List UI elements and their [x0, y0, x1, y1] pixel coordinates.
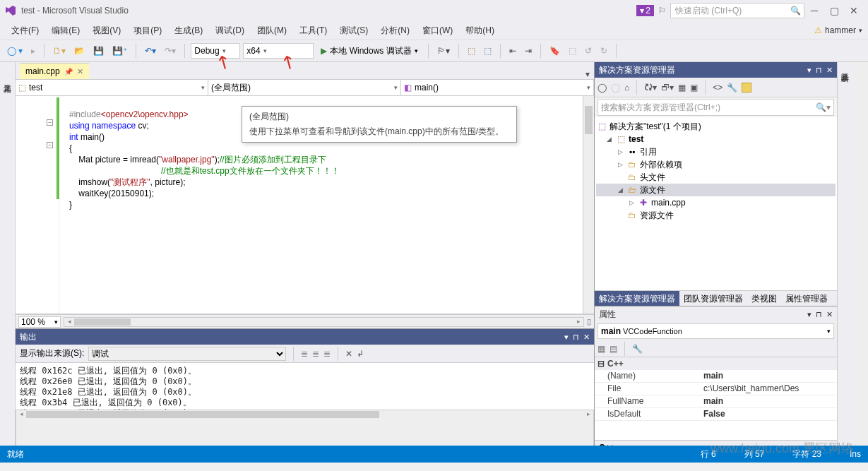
sln-props-icon[interactable]: 🔧 [727, 83, 737, 93]
props-categorize-icon[interactable]: ▦ [598, 344, 605, 354]
output-panel-header[interactable]: 输出 ▾ ⊓ ✕ [16, 329, 594, 345]
sln-sync-icon[interactable]: 🗗▾ [661, 83, 674, 93]
tree-project[interactable]: ◢⬚test [596, 133, 836, 145]
nav-fwd-button[interactable]: ▸ [28, 44, 38, 58]
sln-back-icon[interactable]: ◯ [598, 83, 607, 93]
open-file-button[interactable]: 📂 [71, 44, 88, 58]
tree-main-cpp[interactable]: ▷✚main.cpp [596, 196, 836, 209]
tb-icon-3[interactable]: ⬚ [566, 44, 579, 58]
props-grid[interactable]: ⊟C++ (Name)main Filec:\Users\bit_hammer\… [595, 357, 837, 440]
tree-sources[interactable]: ◢🗁源文件 [596, 184, 836, 196]
server-explorer-tab[interactable]: 服务器资源管理器 [0, 62, 15, 73]
sln-preview-icon[interactable] [742, 83, 751, 93]
props-pages-icon[interactable]: 🔧 [632, 344, 643, 354]
platform-dropdown[interactable]: x64▾ [243, 43, 314, 59]
tab-team-explorer[interactable]: 团队资源管理器 [679, 291, 747, 306]
tree-headers[interactable]: 🗀头文件 [596, 171, 836, 184]
user-name[interactable]: hammer [825, 25, 856, 35]
horizontal-scrollbar[interactable]: ◂▸ [64, 317, 584, 327]
sln-refresh-icon[interactable]: 🗘▾ [644, 83, 657, 93]
code-editor[interactable]: − − #include<opencv2\opencv.hpp> using n… [16, 96, 594, 314]
tb-icon-1[interactable]: ⬚ [465, 44, 478, 58]
output-source-select[interactable]: 调试 [88, 347, 286, 361]
config-dropdown[interactable]: Debug▾ [191, 43, 240, 59]
menu-edit[interactable]: 编辑(E) [46, 23, 85, 39]
sln-search-input[interactable]: 搜索解决方案资源管理器(Ctrl+;) 🔍▾ [598, 99, 834, 116]
file-tab-main-cpp[interactable]: main.cpp 📌 ✕ [20, 63, 89, 79]
menu-window[interactable]: 窗口(W) [417, 23, 458, 39]
tb-icon-5[interactable]: ↻ [598, 44, 610, 58]
menu-debug[interactable]: 调试(D) [210, 23, 250, 39]
sln-code-icon[interactable]: <> [713, 83, 723, 93]
sln-header[interactable]: 解决方案资源管理器 ▾ ⊓ ✕ [595, 62, 837, 78]
menu-team[interactable]: 团队(M) [251, 23, 292, 39]
outline-toggle-icon[interactable]: − [47, 142, 53, 148]
nav-scope-global[interactable]: (全局范围)▾ [208, 80, 401, 95]
process-button[interactable]: 🏳▾ [434, 44, 453, 58]
menu-view[interactable]: 视图(V) [87, 23, 126, 39]
indent-more-button[interactable]: ⇥ [522, 44, 535, 58]
tree-solution[interactable]: ⬚解决方案"test"(1 个项目) [596, 120, 836, 133]
tab-overflow-icon[interactable]: ▾ [585, 69, 590, 79]
redo-button[interactable]: ↷▾ [162, 44, 179, 58]
menu-build[interactable]: 生成(B) [169, 23, 208, 39]
output-tb-icon[interactable]: ≣ [323, 349, 331, 359]
user-dropdown-icon[interactable]: ▾ [859, 27, 862, 34]
feedback-icon[interactable]: ⚐ [658, 6, 666, 16]
tab-solution-explorer[interactable]: 解决方案资源管理器 [595, 291, 679, 306]
minimize-button[interactable]: ─ [804, 5, 824, 16]
maximize-button[interactable]: ▢ [824, 5, 844, 16]
output-tb-icon[interactable]: ≣ [301, 349, 308, 359]
menu-test[interactable]: 测试(S) [334, 23, 374, 39]
notification-badge[interactable]: ▾2 [636, 5, 654, 16]
output-wrap-icon[interactable]: ↲ [357, 349, 364, 359]
tree-resources[interactable]: 🗀资源文件 [596, 209, 836, 222]
panel-pin-icon[interactable]: ⊓ [816, 310, 822, 319]
sln-home-icon[interactable]: ⌂ [624, 83, 629, 93]
menu-help[interactable]: 帮助(H) [460, 23, 500, 39]
bookmark-icon[interactable]: 🔖 [547, 44, 563, 58]
panel-close-icon[interactable]: ✕ [826, 310, 833, 319]
split-icon[interactable]: ▯ [587, 317, 591, 326]
save-all-button[interactable]: 💾⁺ [109, 44, 130, 58]
nav-scope-function[interactable]: ◧main()▾ [401, 80, 594, 95]
tab-class-view[interactable]: 类视图 [747, 291, 781, 306]
toolbox-tab[interactable]: 工具箱 [0, 73, 15, 85]
panel-dropdown-icon[interactable]: ▾ [807, 310, 811, 319]
quick-launch-input[interactable]: 快速启动 (Ctrl+Q) 🔍 [670, 3, 804, 18]
props-sort-icon[interactable]: ▤ [610, 344, 617, 354]
output-text[interactable]: 线程 0x162c 已退出, 返回值为 0 (0x0)。 线程 0x26e0 已… [16, 363, 594, 410]
panel-dropdown-icon[interactable]: ▾ [807, 66, 811, 75]
tree-references[interactable]: ▷▪▪引用 [596, 145, 836, 158]
menu-project[interactable]: 项目(P) [128, 23, 167, 39]
sln-fwd-icon[interactable]: ◯ [611, 83, 620, 93]
vertical-scrollbar[interactable] [583, 96, 594, 314]
panel-pin-icon[interactable]: ⊓ [816, 66, 822, 75]
nav-back-button[interactable]: ◯ ▾ [4, 44, 25, 58]
new-project-button[interactable]: 🗋▾ [50, 44, 69, 58]
tb-icon-4[interactable]: ↺ [582, 44, 595, 58]
save-button[interactable]: 💾 [90, 44, 107, 58]
close-button[interactable]: ✕ [844, 5, 864, 16]
outline-toggle-icon[interactable]: − [47, 119, 53, 126]
panel-pin-icon[interactable]: ⊓ [573, 333, 579, 342]
solution-tree[interactable]: ⬚解决方案"test"(1 个项目) ◢⬚test ▷▪▪引用 ▷🗀外部依赖项 … [595, 117, 837, 290]
close-tab-icon[interactable]: ✕ [77, 67, 83, 76]
output-clear-icon[interactable]: ✕ [345, 349, 352, 359]
menu-file[interactable]: 文件(F) [6, 23, 44, 39]
indent-less-button[interactable]: ⇤ [506, 44, 519, 58]
menu-tools[interactable]: 工具(T) [294, 23, 333, 39]
panel-dropdown-icon[interactable]: ▾ [564, 333, 569, 342]
tab-property-manager[interactable]: 属性管理器 [781, 291, 832, 306]
panel-close-icon[interactable]: ✕ [826, 66, 833, 75]
start-debug-button[interactable]: ▶本地 Windows 调试器▾ [316, 44, 422, 59]
sln-collapse-icon[interactable]: ▣ [690, 83, 698, 93]
output-tb-icon[interactable]: ≣ [312, 349, 319, 359]
props-object-select[interactable]: main VCCodeFunction▾ [598, 323, 834, 339]
undo-button[interactable]: ↶▾ [142, 44, 159, 58]
props-header[interactable]: 属性 ▾ ⊓ ✕ [595, 306, 837, 322]
tb-icon-2[interactable]: ⬚ [481, 44, 494, 58]
menu-analyze[interactable]: 分析(N) [375, 23, 415, 39]
zoom-combo[interactable]: 100 %▾ [18, 316, 61, 328]
panel-close-icon[interactable]: ✕ [583, 333, 590, 342]
